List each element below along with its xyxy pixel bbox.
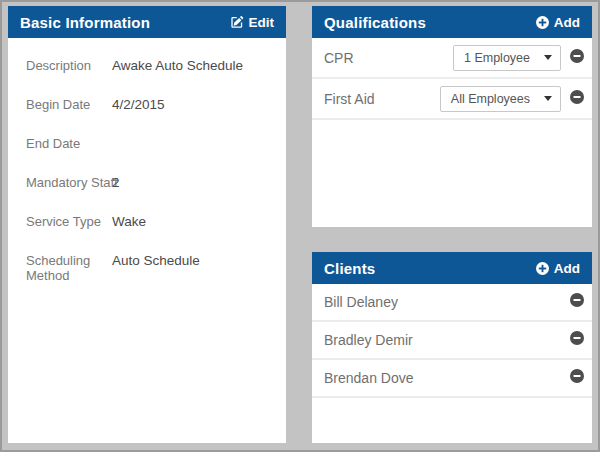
chevron-down-icon	[544, 96, 552, 101]
edit-pencil-square-icon	[230, 15, 244, 29]
basic-information-body: Description Awake Auto Schedule Begin Da…	[8, 38, 286, 283]
minus-circle-icon	[570, 293, 584, 311]
field-value: 2	[112, 175, 120, 190]
minus-circle-icon	[570, 331, 584, 349]
remove-client-button[interactable]	[570, 331, 584, 349]
qualification-name: First Aid	[324, 91, 440, 107]
add-button-label: Add	[554, 15, 580, 30]
minus-circle-icon	[570, 369, 584, 387]
basic-information-panel: Basic Information Edit Description Awake…	[8, 6, 286, 443]
minus-circle-icon	[570, 90, 584, 108]
client-name: Bill Delaney	[324, 294, 561, 310]
field-value: Wake	[112, 214, 146, 229]
qualifications-header: Qualifications Add	[312, 6, 592, 38]
field-label: Scheduling Method	[26, 253, 112, 283]
basic-information-header: Basic Information Edit	[8, 6, 286, 38]
field-label: Mandatory Staff	[26, 175, 112, 190]
field-scheduling-method: Scheduling Method Auto Schedule	[26, 253, 272, 283]
client-row: Bradley Demir	[312, 322, 592, 360]
client-row: Brendan Dove	[312, 360, 592, 398]
field-value: Auto Schedule	[112, 253, 200, 268]
field-description: Description Awake Auto Schedule	[26, 58, 272, 73]
plus-circle-icon	[536, 262, 549, 275]
add-client-button[interactable]: Add	[536, 261, 580, 276]
chevron-down-icon	[544, 55, 552, 60]
qualifications-panel: Qualifications Add CPR 1 Employee	[312, 6, 592, 227]
remove-qualification-button[interactable]	[570, 90, 584, 108]
qualifications-title: Qualifications	[324, 14, 426, 31]
selected-option: 1 Employee	[464, 51, 530, 65]
field-service-type: Service Type Wake	[26, 214, 272, 229]
remove-client-button[interactable]	[570, 293, 584, 311]
remove-client-button[interactable]	[570, 369, 584, 387]
qualification-row-cpr: CPR 1 Employee	[312, 38, 592, 79]
client-name: Brendan Dove	[324, 370, 561, 386]
plus-circle-icon	[536, 16, 549, 29]
client-name: Bradley Demir	[324, 332, 561, 348]
qualification-employees-select[interactable]: 1 Employee	[453, 45, 561, 71]
clients-panel: Clients Add Bill Delaney	[312, 252, 592, 443]
field-label: End Date	[26, 136, 112, 151]
field-label: Begin Date	[26, 97, 112, 112]
clients-title: Clients	[324, 260, 375, 277]
field-begin-date: Begin Date 4/2/2015	[26, 97, 272, 112]
clients-header: Clients Add	[312, 252, 592, 284]
selected-option: All Employees	[451, 92, 530, 106]
minus-circle-icon	[570, 49, 584, 67]
qualification-employees-select[interactable]: All Employees	[440, 86, 561, 112]
qualification-name: CPR	[324, 50, 453, 66]
field-label: Description	[26, 58, 112, 73]
field-value: Awake Auto Schedule	[112, 58, 243, 73]
client-row: Bill Delaney	[312, 284, 592, 322]
field-mandatory-staff: Mandatory Staff 2	[26, 175, 272, 190]
remove-qualification-button[interactable]	[570, 49, 584, 67]
add-button-label: Add	[554, 261, 580, 276]
page: Basic Information Edit Description Awake…	[0, 0, 600, 452]
field-label: Service Type	[26, 214, 112, 229]
field-end-date: End Date	[26, 136, 272, 151]
add-qualification-button[interactable]: Add	[536, 15, 580, 30]
edit-button-label: Edit	[249, 15, 275, 30]
field-value: 4/2/2015	[112, 97, 165, 112]
edit-button[interactable]: Edit	[230, 15, 275, 30]
basic-information-title: Basic Information	[20, 14, 150, 31]
qualification-row-first-aid: First Aid All Employees	[312, 79, 592, 120]
